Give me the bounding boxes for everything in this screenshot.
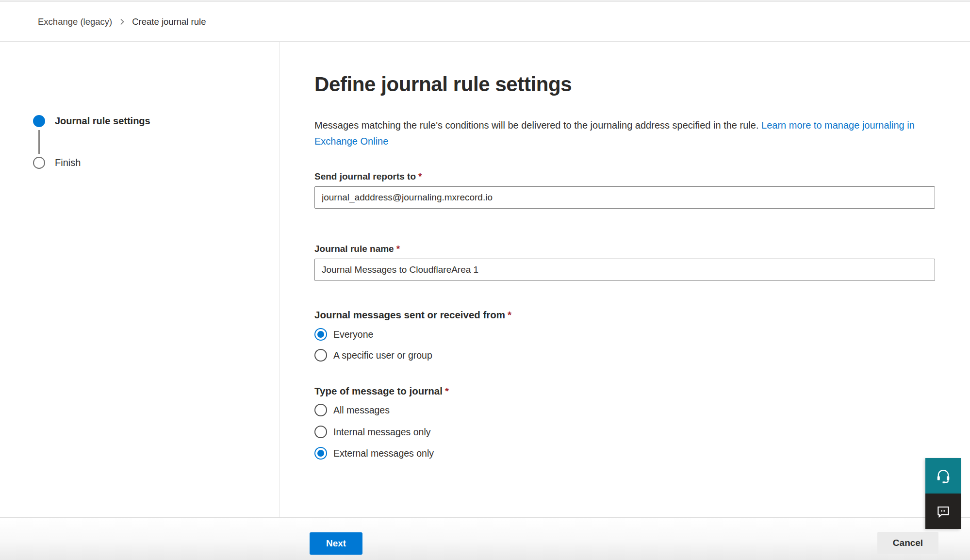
required-asterisk: *	[396, 244, 400, 254]
journal-messages-from-group-label: Journal messages sent or received from*	[314, 308, 937, 321]
label-text: Type of message to journal	[314, 385, 443, 396]
message-type-group-label: Type of message to journal*	[314, 384, 937, 397]
label-text: Journal rule name	[314, 244, 394, 254]
chat-bubble-icon	[935, 503, 952, 520]
headset-icon	[935, 467, 952, 485]
breadcrumb: Exchange (legacy) Create journal rule	[38, 16, 206, 27]
step-journal-rule-settings[interactable]: Journal rule settings	[33, 115, 150, 127]
wizard-stepper: Journal rule settings Finish	[33, 115, 150, 169]
feedback-button[interactable]	[925, 494, 961, 529]
content-panel: Define journal rule settings Messages ma…	[314, 42, 937, 460]
radio-button-icon[interactable]	[314, 349, 327, 362]
description-text: Messages matching the rule's conditions …	[314, 120, 758, 131]
radio-option-label: A specific user or group	[333, 350, 432, 361]
radio-option-label: Internal messages only	[333, 427, 431, 438]
required-asterisk: *	[508, 309, 511, 320]
radio-option-label: External messages only	[333, 448, 434, 459]
wizard-steps-panel: Journal rule settings Finish	[0, 42, 279, 517]
active-step-dot-icon	[33, 115, 45, 127]
radio-option-label: All messages	[333, 405, 390, 416]
step-label: Finish	[55, 157, 81, 168]
radio-option-all-messages[interactable]: All messages	[314, 404, 937, 416]
radio-option-everyone[interactable]: Everyone	[314, 328, 937, 341]
label-text: Journal messages sent or received from	[314, 309, 505, 320]
radio-button-icon[interactable]	[314, 328, 327, 341]
journal-rule-name-input[interactable]	[314, 259, 935, 281]
radio-button-icon[interactable]	[314, 447, 327, 460]
radio-button-icon[interactable]	[314, 426, 327, 438]
required-asterisk: *	[445, 385, 449, 396]
radio-option-specific-user-or-group[interactable]: A specific user or group	[314, 349, 937, 362]
step-finish[interactable]: Finish	[33, 157, 150, 169]
help-button[interactable]	[925, 458, 961, 494]
radio-button-icon[interactable]	[314, 404, 327, 416]
radio-option-label: Everyone	[333, 329, 373, 340]
journal-rule-name-label: Journal rule name*	[314, 243, 937, 255]
chevron-right-icon	[119, 18, 125, 26]
page-title: Define journal rule settings	[314, 72, 937, 97]
exchange-create-journal-rule-page: Exchange (legacy) Create journal rule Jo…	[0, 0, 970, 560]
radio-option-external-messages-only[interactable]: External messages only	[314, 447, 937, 460]
send-journal-reports-input[interactable]	[314, 186, 935, 209]
footer-action-bar: Next Cancel	[0, 517, 970, 560]
page-description: Messages matching the rule's conditions …	[314, 117, 919, 149]
breadcrumb-item-exchange-legacy[interactable]: Exchange (legacy)	[38, 16, 112, 27]
radio-option-internal-messages-only[interactable]: Internal messages only	[314, 426, 937, 438]
cancel-button[interactable]: Cancel	[877, 532, 938, 554]
label-text: Send journal reports to	[314, 171, 416, 181]
step-connector-line	[38, 130, 40, 154]
upcoming-step-circle-icon	[33, 157, 45, 169]
breadcrumb-item-create-journal-rule: Create journal rule	[132, 16, 206, 27]
breadcrumb-header: Exchange (legacy) Create journal rule	[0, 2, 970, 42]
step-label: Journal rule settings	[55, 115, 150, 127]
send-journal-reports-label: Send journal reports to*	[314, 171, 937, 182]
required-asterisk: *	[418, 171, 422, 181]
next-button[interactable]: Next	[310, 532, 362, 555]
